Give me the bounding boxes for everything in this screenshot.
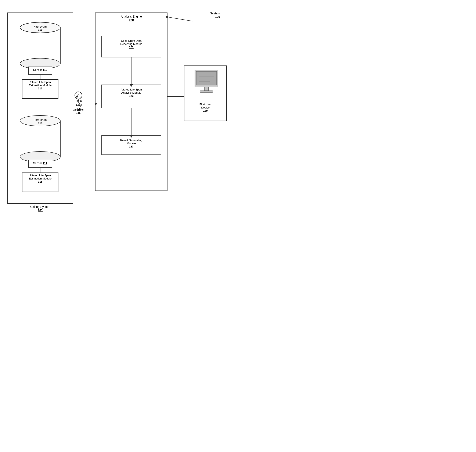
receiving-module-line2: Receiving Module: [120, 42, 142, 46]
sensor1-label: Sensor 112: [29, 68, 52, 71]
drum2-label: First Drum 111: [20, 118, 60, 125]
receiving-module-number: 121: [129, 46, 134, 49]
sensor2-label: Sensor 114: [29, 161, 52, 165]
user-device-line2: Device: [201, 106, 210, 109]
estimation1-number: 113: [38, 87, 43, 90]
drum2-text: First Drum: [34, 118, 47, 121]
coke-drum-data-label: Coke Drum Data 140: [76, 95, 83, 111]
coke-drum-data-line3: Data: [76, 103, 82, 106]
estimation2-line1: Altered Life Span: [30, 174, 51, 177]
analysis-module-number: 122: [129, 94, 134, 98]
svg-marker-23: [130, 135, 133, 138]
analysis-engine-label: Analysis Engine 120: [95, 15, 167, 22]
analysis-module-label: Altered Life Span Analysis Module 122: [102, 88, 161, 98]
coke-drum-data-number: 140: [77, 107, 82, 110]
svg-marker-27: [184, 95, 186, 98]
analysis-module-line2: Analysis Module: [121, 91, 141, 94]
coke-drum-data-line2: Drum: [76, 99, 83, 103]
result-module-number: 123: [129, 145, 134, 148]
user-device-label: First User Device 130: [184, 103, 227, 112]
svg-rect-33: [200, 91, 213, 92]
user-device-number: 130: [203, 109, 208, 112]
drum1-number: 110: [38, 28, 43, 31]
estimation2-number: 115: [38, 180, 43, 183]
system-text: System: [210, 12, 220, 15]
system-number: 100: [215, 15, 220, 19]
coking-system-number: 101: [38, 208, 43, 212]
sensor1-text: Sensor: [33, 68, 42, 71]
coke-drum-data-line1: Coke: [76, 96, 82, 99]
estimation2-label: Altered Life Span Estimation Module 115: [22, 174, 58, 183]
receiving-module-line1: Coke Drum Data: [121, 39, 142, 42]
svg-rect-31: [196, 71, 217, 85]
svg-point-5: [20, 58, 60, 69]
svg-rect-32: [204, 87, 209, 91]
sensor2-text: Sensor: [33, 161, 42, 165]
drum1-text: First Drum: [34, 25, 47, 28]
svg-point-10: [20, 152, 60, 162]
receiving-module-label: Coke Drum Data Receiving Module 121: [102, 39, 161, 49]
estimation1-line1: Altered Life Span: [30, 80, 51, 84]
computer-icon: [187, 68, 223, 100]
result-module-label: Result Generating Module 123: [102, 139, 161, 148]
coking-system-text: Coking System: [30, 205, 50, 208]
svg-marker-21: [130, 84, 133, 87]
system-label: System 100: [210, 12, 220, 19]
result-module-line1: Result Generating: [120, 139, 143, 142]
diagram-svg: [0, 0, 238, 226]
drum1-label: First Drum 110: [20, 25, 60, 31]
svg-marker-25: [95, 102, 98, 105]
analysis-engine-number: 120: [129, 18, 134, 22]
coking-system-label: Coking System 101: [7, 205, 73, 212]
analysis-engine-text: Analysis Engine: [121, 15, 142, 18]
operator-number: 116: [76, 111, 81, 114]
analysis-module-line1: Altered Life Span: [121, 88, 142, 91]
diagram-container: System 100 Coking System 101 First Drum …: [0, 0, 238, 226]
estimation1-label: Altered Life Span Estimation Module 113: [22, 80, 58, 90]
sensor1-number: 112: [43, 68, 47, 71]
estimation2-line2: Estimation Module: [29, 177, 52, 180]
drum2-number: 111: [38, 121, 43, 125]
sensor2-number: 114: [43, 161, 47, 165]
user-device-line1: First User: [199, 103, 211, 106]
estimation1-line2: Estimation Module: [29, 84, 52, 87]
result-module-line2: Module: [127, 142, 136, 145]
